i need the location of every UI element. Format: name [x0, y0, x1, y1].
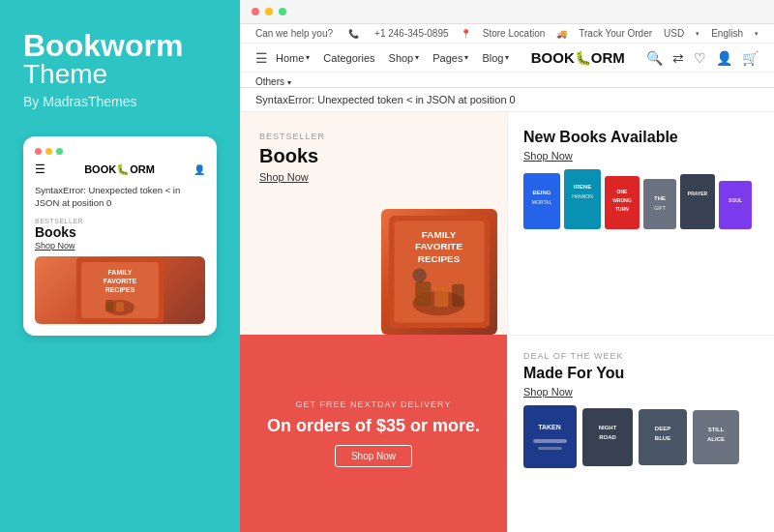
mobile-error-text: SyntaxError: Unexpected token < in JSON … — [35, 184, 205, 210]
mobile-nav: ☰ BOOK🐛ORM 👤 — [35, 163, 205, 176]
deal-book-2: NIGHT ROAD — [582, 408, 633, 466]
nav-icons: 🔍 ⇄ ♡ 👤 🛒 — [646, 50, 759, 66]
new-books-section: New Books Available Shop Now BEING MORTA… — [507, 112, 774, 335]
svg-rect-14 — [415, 281, 431, 306]
svg-rect-38 — [538, 447, 562, 450]
svg-text:WRONG: WRONG — [612, 197, 632, 203]
mobile-logo-orm: ORM — [130, 163, 155, 175]
svg-rect-16 — [452, 284, 464, 308]
deal-section: DEAL OF THE WEEK Made For You Shop Now T… — [507, 335, 774, 532]
mobile-hamburger-icon: ☰ — [35, 163, 45, 176]
delivery-label: GET FREE NEXTDAY DELIVERY — [296, 399, 452, 409]
dot-green — [56, 148, 63, 155]
logo-book-text: BOOK — [531, 49, 575, 66]
help-text: Can we help you? — [255, 28, 333, 39]
book-cover-6: SOUL — [719, 181, 752, 229]
wishlist-icon[interactable]: ♡ — [694, 50, 706, 66]
svg-text:ROAD: ROAD — [599, 434, 616, 440]
nav-home[interactable]: Home ▾ — [276, 52, 310, 64]
mobile-user-icon: 👤 — [194, 164, 205, 175]
deal-title: Made For You — [523, 365, 759, 382]
nav-others[interactable]: Others ▾ — [255, 76, 291, 87]
language[interactable]: English — [711, 28, 743, 39]
svg-text:MORTAL: MORTAL — [532, 199, 552, 205]
svg-rect-31 — [680, 174, 715, 229]
mobile-preview-card: ☰ BOOK🐛ORM 👤 SyntaxError: Unexpected tok… — [23, 136, 217, 335]
svg-point-17 — [412, 268, 426, 281]
svg-text:FAMILY: FAMILY — [107, 269, 132, 276]
new-books-shop-now[interactable]: Shop Now — [523, 150, 759, 162]
mobile-worm-icon: 🐛 — [116, 163, 130, 176]
deal-book-3: DEEP BLUE — [639, 409, 687, 465]
browser-dot-red — [252, 8, 259, 15]
nav-shop[interactable]: Shop ▾ — [389, 52, 420, 64]
others-chevron-icon: ▾ — [287, 78, 291, 87]
delivery-shop-now-button[interactable]: Shop Now — [335, 445, 412, 467]
nav-categories[interactable]: Categories — [323, 52, 374, 64]
mobile-logo-book: BOOK — [84, 163, 116, 175]
svg-text:BEING: BEING — [532, 190, 551, 195]
deal-label: DEAL OF THE WEEK — [523, 351, 759, 361]
compare-icon[interactable]: ⇄ — [672, 50, 684, 66]
svg-text:ALICE: ALICE — [707, 436, 725, 442]
brand-name-text: Bookworm — [23, 29, 183, 63]
svg-rect-37 — [533, 439, 567, 443]
browser-top-bar: Can we help you? 📞 +1 246-345-0895 📍 Sto… — [240, 24, 774, 44]
bestseller-title: Books — [259, 145, 488, 167]
bestseller-shop-now[interactable]: Shop Now — [259, 171, 488, 183]
svg-text:SOUL: SOUL — [729, 197, 742, 203]
delivery-section: GET FREE NEXTDAY DELIVERY On orders of $… — [240, 335, 507, 532]
dot-red — [35, 148, 42, 155]
error-text: SyntaxError: Unexpected token < in JSON … — [255, 94, 516, 105]
browser-title-bar — [240, 0, 774, 24]
search-icon[interactable]: 🔍 — [646, 50, 663, 66]
mobile-logo: BOOK🐛ORM — [84, 163, 155, 176]
bestseller-section: BESTSELLER Books Shop Now FAMILY FAVORIT… — [240, 112, 507, 335]
svg-text:FAMILY: FAMILY — [422, 229, 457, 240]
chevron-down-icon: ▾ — [696, 30, 700, 38]
language-chevron-icon: ▾ — [755, 30, 759, 38]
top-bar-left: Can we help you? 📞 +1 246-345-0895 — [255, 28, 449, 39]
hamburger-icon[interactable]: ☰ — [255, 50, 268, 66]
svg-text:DEEP: DEEP — [655, 426, 670, 431]
svg-text:IRENE: IRENE — [574, 184, 591, 190]
svg-text:STILL: STILL — [708, 427, 725, 432]
svg-text:PRAYER: PRAYER — [688, 191, 708, 196]
svg-text:FAVORITE: FAVORITE — [415, 241, 462, 251]
nav-left: ☰ Home ▾ Categories Shop ▾ Pages ▾ Blog … — [255, 50, 509, 66]
brand-title: Bookworm — [23, 29, 217, 63]
book-cover-1: BEING MORTAL — [523, 173, 560, 229]
svg-text:NIGHT: NIGHT — [599, 425, 617, 430]
svg-text:TAKEN: TAKEN — [538, 424, 561, 430]
home-chevron-icon: ▾ — [306, 53, 310, 62]
bestseller-label: BESTSELLER — [259, 132, 488, 141]
svg-rect-35 — [523, 405, 577, 468]
browser-chrome: Can we help you? 📞 +1 246-345-0895 📍 Sto… — [240, 0, 774, 88]
svg-text:BLUE: BLUE — [655, 435, 670, 441]
book-cover-2: IRENE HANNON — [564, 169, 601, 229]
user-icon[interactable]: 👤 — [716, 50, 732, 66]
svg-text:GIFT: GIFT — [654, 205, 665, 211]
svg-text:RECIPES: RECIPES — [105, 286, 135, 293]
svg-rect-15 — [434, 285, 448, 307]
right-panel: Can we help you? 📞 +1 246-345-0895 📍 Sto… — [240, 0, 774, 532]
mobile-book-image: FAMILY FAVORITE RECIPES — [35, 256, 205, 324]
nav-pages[interactable]: Pages ▾ — [432, 52, 468, 64]
deal-books-row: TAKEN NIGHT ROAD DEEP BLUE STILL — [523, 405, 759, 468]
dot-yellow — [45, 148, 52, 155]
left-panel: Bookworm Theme By MadrasThemes ☰ BOOK🐛OR… — [0, 0, 240, 532]
svg-text:ONE: ONE — [617, 189, 629, 194]
deal-shop-now[interactable]: Shop Now — [523, 386, 759, 398]
svg-rect-28 — [643, 179, 676, 229]
truck-icon: 🚚 — [556, 29, 567, 39]
nav-blog[interactable]: Blog ▾ — [482, 52, 509, 64]
logo-worm-icon: 🐛 — [575, 50, 591, 66]
pages-chevron-icon: ▾ — [464, 53, 468, 62]
delivery-main-text: On orders of $35 or more. — [267, 415, 480, 437]
mobile-shop-now-link[interactable]: Shop Now — [35, 241, 205, 251]
error-bar: SyntaxError: Unexpected token < in JSON … — [240, 88, 774, 112]
brand-by: By MadrasThemes — [23, 94, 217, 109]
currency[interactable]: USD — [664, 28, 684, 39]
cart-icon[interactable]: 🛒 — [742, 50, 759, 66]
mobile-books-title: Books — [35, 224, 205, 241]
